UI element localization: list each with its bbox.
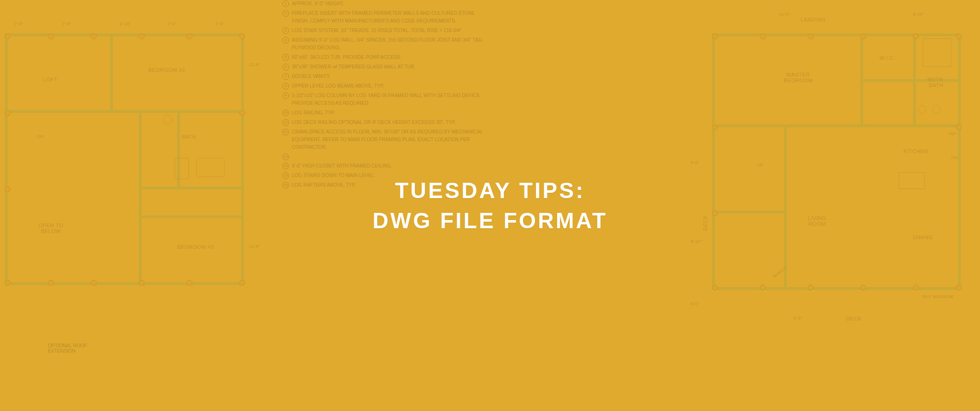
- title-line-2: DWG FILE FORMAT: [373, 206, 608, 235]
- title-line-1: TUESDAY TIPS:: [373, 176, 608, 205]
- hero-banner: LOFT BEDROOM #2 BEDROOM #3 BATH OPEN TO …: [0, 0, 980, 411]
- hero-title: TUESDAY TIPS: DWG FILE FORMAT: [373, 176, 608, 235]
